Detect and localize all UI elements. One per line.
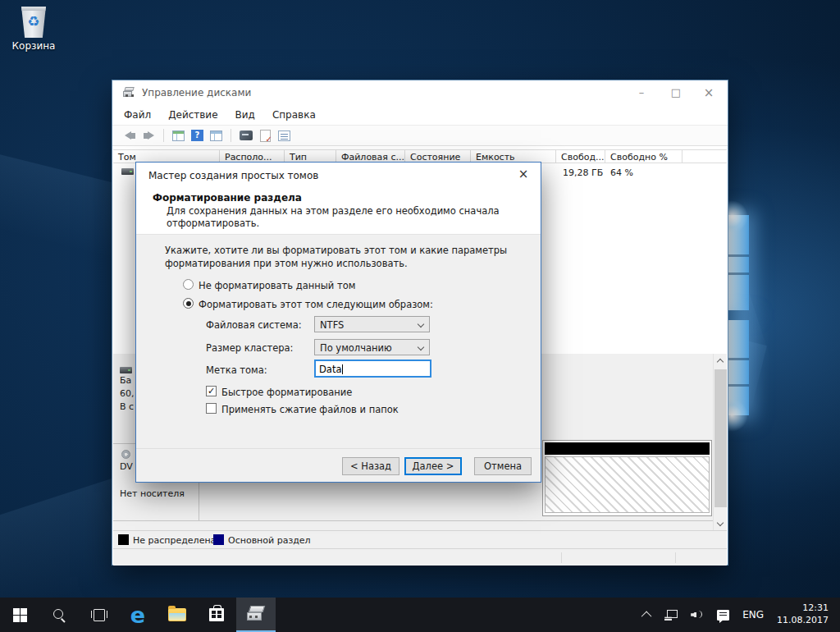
column-free[interactable]: Свобод... [556,150,605,164]
properties-icon[interactable] [278,131,290,141]
cluster-size-label: Размер кластера: [206,342,293,354]
disk0-partition-box[interactable] [542,440,712,516]
help-icon[interactable] [191,130,203,141]
toolbar [112,125,728,146]
chevron-down-icon [717,520,724,526]
network-icon[interactable] [664,610,678,621]
menu-view[interactable]: Вид [235,109,255,121]
next-button[interactable]: Далее > [404,457,462,475]
wizard-titlebar[interactable]: Мастер создания простых томов × [136,163,541,187]
disk-management-icon [246,606,266,622]
cancel-button[interactable]: Отмена [474,457,532,475]
scrollbar-thumb[interactable] [714,369,727,507]
maximize-button[interactable]: □ [660,80,692,105]
button-divider [136,448,541,449]
disk0-status: В с [120,401,134,412]
volume-label-input[interactable]: Data [314,360,431,378]
window-titlebar[interactable]: Управление дисками – □ × [112,80,728,105]
compress-label[interactable]: Применять сжатие файлов и папок [221,404,399,415]
file-system-label: Файловая система: [206,319,302,331]
store-button[interactable] [197,598,236,632]
recycle-bin-shortcut[interactable]: Корзина [7,7,61,66]
wizard-close-button[interactable]: × [506,163,541,187]
wizard-step-description: Для сохранения данных на этом разделе ег… [167,205,501,230]
forward-icon[interactable] [143,131,155,140]
clock[interactable]: 12:31 11.08.2017 [777,602,829,627]
dvd-status: Нет носителя [120,488,185,499]
edge-button[interactable] [118,598,158,632]
scroll-up-button[interactable] [714,354,728,368]
status-bar [113,548,727,566]
dvd-label: DV [120,461,133,472]
search-button[interactable] [39,598,79,632]
unallocated-band [545,442,710,455]
wizard-title: Мастер создания простых томов [148,170,318,181]
language-indicator[interactable]: ENG [742,609,764,621]
legend-label-primary: Основной раздел [228,535,311,546]
disk0-size: 60, [120,388,135,399]
store-icon [209,608,224,621]
vertical-scrollbar[interactable] [713,354,727,530]
volume-label-label: Метка тома: [206,364,267,376]
menu-action[interactable]: Действие [168,109,217,121]
disk-management-taskbar-button[interactable] [236,598,276,632]
radio-format[interactable] [183,298,194,309]
text-caret [342,364,343,374]
console-tree-icon[interactable] [172,131,185,141]
windows-logo-icon [13,608,27,622]
recycle-symbol-icon [20,13,48,30]
radio-no-format-label[interactable]: Не форматировать данный том [199,280,355,291]
selected-partition-hatch[interactable] [545,456,710,513]
menu-help[interactable]: Справка [272,109,316,121]
start-button[interactable] [0,598,39,632]
console-tool-icon[interactable] [240,131,253,140]
disk-icon [120,367,132,373]
check-document-icon[interactable] [260,130,271,142]
file-system-value: NTFS [320,319,344,331]
task-view-button[interactable] [79,598,118,632]
volume-row-disk-icon [121,168,134,175]
disk0-type: Ба [120,375,131,386]
clock-date: 11.08.2017 [777,615,829,627]
volume-label-value: Data [319,364,341,375]
file-explorer-button[interactable] [158,598,197,632]
edge-icon [130,604,145,626]
file-system-select[interactable]: NTFS [314,316,430,332]
app-icon-part [123,91,132,97]
task-view-icon [91,609,106,621]
back-button[interactable]: < Назад [342,457,399,475]
quick-format-checkbox[interactable] [206,386,217,396]
status-divider [675,552,676,563]
cluster-size-value: По умолчанию [320,342,392,354]
taskbar: ENG 12:31 11.08.2017 [0,598,840,632]
back-icon[interactable] [124,131,136,140]
wizard-intro-text: Укажите, хотите ли вы форматировать этот… [165,245,536,270]
radio-format-label[interactable]: Форматировать этот том следующим образом… [199,299,433,310]
recycle-bin-rim [18,5,49,11]
action-pane-icon[interactable] [210,131,222,141]
chevron-up-icon [717,359,724,365]
column-free-pct[interactable]: Свободно % [605,150,682,164]
chevron-down-icon [418,321,424,327]
legend-bar: Не распределена Основной раздел [113,530,727,548]
scroll-down-button[interactable] [714,516,728,530]
radio-no-format[interactable] [183,279,194,290]
cluster-size-select[interactable]: По умолчанию [314,339,430,355]
minimize-button[interactable]: – [626,80,657,105]
action-center-icon[interactable] [717,610,729,621]
volume-icon[interactable] [691,609,704,621]
pane-segment [727,384,749,387]
legend-label-unallocated: Не распределена [133,535,216,546]
dvd-drive-icon [120,450,133,460]
search-icon [52,608,66,621]
chevron-down-icon [418,344,424,350]
close-button[interactable]: × [693,80,724,105]
legend-swatch-unallocated [118,534,129,545]
wizard-header: Форматирование раздела Для сохранения да… [136,187,541,235]
menu-file[interactable]: Файл [124,109,151,121]
compress-checkbox[interactable] [206,403,217,414]
clock-time: 12:31 [777,602,829,615]
wizard-step-heading: Форматирование раздела [153,192,302,204]
tray-expand-icon[interactable] [641,611,652,621]
quick-format-label[interactable]: Быстрое форматирование [221,387,352,398]
